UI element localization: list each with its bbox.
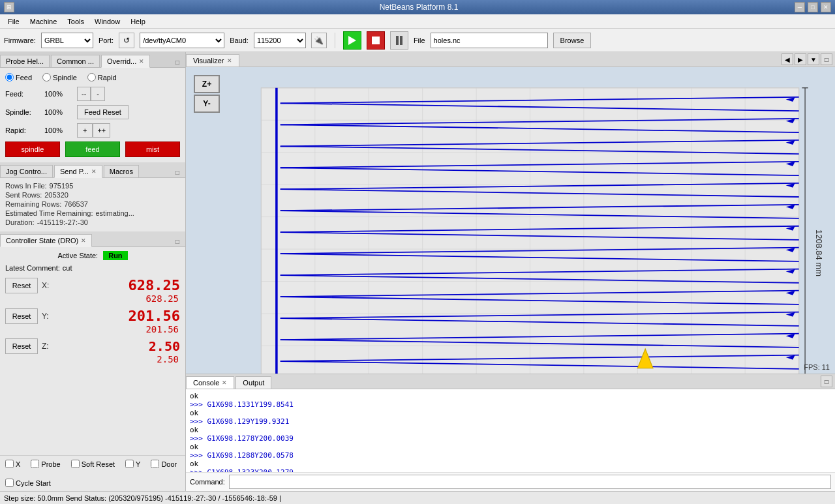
feed-plus-button[interactable]: + [77, 123, 93, 138]
radio-spindle[interactable] [42, 73, 51, 82]
spindle-row: Spindle: 100% Feed Reset [5, 105, 180, 119]
viz-maximize-button[interactable]: □ [821, 53, 832, 65]
pause-icon [395, 36, 403, 45]
tab-macros-label: Macros [110, 168, 133, 175]
console-ok-0: ok [190, 392, 198, 400]
maximize-button[interactable]: □ [808, 2, 818, 12]
radio-feed[interactable] [5, 73, 14, 82]
toggle-row: spindle feed mist [5, 141, 180, 157]
tab-override-close[interactable]: ✕ [139, 58, 144, 65]
tab-output[interactable]: Output [235, 376, 271, 389]
duration-label: Duration: [5, 218, 35, 226]
title-bar: ⊞ NetBeans Platform 8.1 ─ □ ✕ [0, 0, 835, 14]
y-axis-value: 201.56 [129, 308, 180, 324]
menu-tools[interactable]: Tools [62, 16, 89, 27]
tab-jog-control[interactable]: Jog Contro... [0, 165, 53, 177]
feed-label: Feed: [5, 90, 44, 98]
minimize-button[interactable]: ─ [795, 2, 805, 12]
tab-console-close[interactable]: ✕ [222, 379, 227, 386]
reset-z-button[interactable]: Reset [5, 338, 38, 354]
play-icon [348, 36, 356, 45]
check-y-label[interactable]: Y [125, 460, 140, 468]
toggle-mist-button[interactable]: mist [125, 141, 180, 157]
command-input[interactable] [229, 475, 831, 489]
browse-button[interactable]: Browse [553, 33, 592, 48]
duration-value: -415119:-27:-30 [37, 218, 88, 226]
feed-minus-button[interactable]: - [91, 87, 105, 101]
tab-maximize-dro[interactable]: □ [172, 236, 183, 246]
check-probe[interactable] [31, 460, 39, 468]
radio-spindle-text: Spindle [53, 74, 77, 82]
reset-y-button[interactable]: Reset [5, 308, 38, 324]
tab-override[interactable]: Overrid... ✕ [101, 55, 150, 68]
tab-dro-close[interactable]: ✕ [81, 237, 86, 244]
visualizer-tab-actions: ◀ ▶ ▼ □ [779, 52, 835, 67]
toggle-spindle-button[interactable]: spindle [5, 141, 60, 157]
check-door-label[interactable]: Door [151, 460, 177, 468]
check-softreset-label[interactable]: Soft Reset [71, 460, 115, 468]
pause-button[interactable] [390, 31, 408, 50]
firmware-select[interactable]: GRBL [41, 33, 93, 48]
toggle-feed-button[interactable]: feed [65, 141, 120, 157]
menu-bar: File Machine Tools Window Help [0, 14, 835, 29]
check-softreset-text: Soft Reset [82, 460, 115, 468]
viz-prev-button[interactable]: ◀ [782, 53, 793, 65]
x-axis-value: 628.25 [129, 277, 180, 293]
check-door[interactable] [151, 460, 159, 468]
y-minus-button[interactable]: Y- [194, 95, 220, 113]
tab-visualizer-close[interactable]: ✕ [227, 57, 232, 64]
viz-dropdown-button[interactable]: ▼ [808, 53, 819, 65]
radio-rapid[interactable] [87, 73, 96, 82]
feed-plus-plus-button[interactable]: ++ [93, 123, 110, 138]
window-icon: ⊞ [4, 2, 14, 12]
check-cyclestart-label[interactable]: Cycle Start [5, 479, 51, 487]
feed-minus-minus-button[interactable]: -- [77, 87, 91, 101]
tab-send-close[interactable]: ✕ [91, 168, 97, 175]
check-cyclestart[interactable] [5, 479, 14, 487]
refresh-port-button[interactable]: ↺ [119, 33, 134, 48]
menu-window[interactable]: Window [89, 16, 125, 27]
check-y[interactable] [125, 460, 134, 468]
viz-next-button[interactable]: ▶ [795, 53, 806, 65]
tab-console[interactable]: Console ✕ [186, 376, 234, 389]
baud-select[interactable]: 115200 [254, 33, 306, 48]
check-x[interactable] [5, 460, 14, 468]
check-softreset[interactable] [71, 460, 80, 468]
stop-button[interactable] [367, 31, 385, 50]
console-expand-button[interactable]: □ [821, 376, 832, 387]
console-line-5: >>> G1X698.1278Y200.0039 [190, 434, 831, 443]
play-button[interactable] [343, 31, 361, 50]
tab-maximize-send[interactable]: □ [172, 167, 183, 177]
tab-visualizer[interactable]: Visualizer ✕ [186, 54, 239, 67]
z-plus-button[interactable]: Z+ [194, 75, 220, 93]
tab-maximize-top[interactable]: □ [172, 57, 183, 67]
console-ok-6: ok [190, 443, 198, 451]
tab-actions-send: □ [172, 167, 185, 177]
check-probe-label[interactable]: Probe [31, 460, 60, 468]
radio-feed-label[interactable]: Feed [5, 73, 32, 82]
radio-feed-text: Feed [16, 74, 32, 82]
port-select[interactable]: /dev/ttyACM0 [140, 33, 224, 48]
tab-common[interactable]: Common ... [51, 55, 100, 67]
axis-x-row: Reset X: 628.25 [5, 277, 180, 293]
x-secondary-row: 628.25 [5, 296, 180, 305]
connect-button[interactable]: 🔌 [311, 33, 327, 48]
radio-spindle-label[interactable]: Spindle [42, 73, 77, 82]
tab-macros[interactable]: Macros [104, 165, 139, 177]
feed-reset-button[interactable]: Feed Reset [77, 105, 129, 119]
menu-machine[interactable]: Machine [25, 16, 63, 27]
rapid-label: Rapid: [5, 126, 44, 134]
close-button[interactable]: ✕ [821, 2, 831, 12]
reset-x-button[interactable]: Reset [5, 278, 38, 293]
tab-dro[interactable]: Controller State (DRO) ✕ [0, 234, 92, 247]
menu-file[interactable]: File [3, 16, 25, 27]
radio-rapid-label[interactable]: Rapid [87, 73, 117, 82]
tab-jog-label: Jog Contro... [6, 168, 47, 175]
tab-send-program[interactable]: Send P... ✕ [54, 165, 102, 178]
menu-help[interactable]: Help [125, 16, 151, 27]
check-x-label[interactable]: X [5, 460, 20, 468]
console-ok-4: ok [190, 426, 198, 434]
file-input[interactable] [431, 33, 548, 48]
duration-row: Duration: -415119:-27:-30 [5, 218, 180, 226]
tab-probe-helper[interactable]: Probe Hel... [0, 55, 50, 67]
